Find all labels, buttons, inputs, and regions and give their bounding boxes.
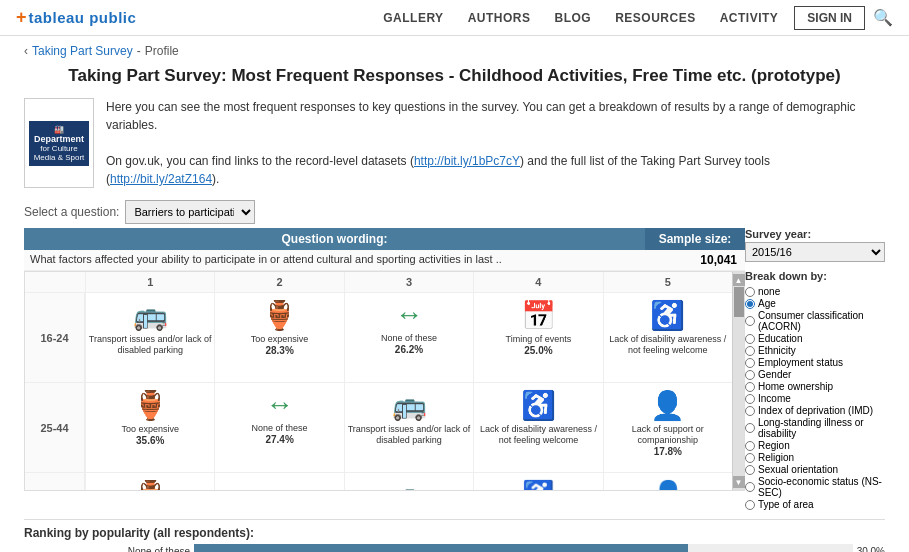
nav-blog[interactable]: BLOG <box>554 11 591 25</box>
coins-icon: 🏺 <box>262 299 297 332</box>
breakdown-socio-radio[interactable] <box>745 482 755 492</box>
breakdown-ethnicity-radio[interactable] <box>745 346 755 356</box>
bar-fill <box>194 544 688 552</box>
breakdown-socio: Socio-economic status (NS-SEC) <box>745 476 885 498</box>
breakdown-income-radio[interactable] <box>745 394 755 404</box>
breakdown-none: none <box>745 286 885 297</box>
nav-authors[interactable]: AUTHORS <box>468 11 531 25</box>
main-content: Taking Part Survey: Most Frequent Respon… <box>0 66 909 552</box>
breakdown-gender-radio[interactable] <box>745 370 755 380</box>
breakdown-home-radio[interactable] <box>745 382 755 392</box>
breakdown-home-label: Home ownership <box>758 381 833 392</box>
rank-item: ↔ <box>214 473 343 490</box>
question-wording-label: Question wording: <box>24 228 645 250</box>
intro-text: Here you can see the most frequent respo… <box>106 98 885 188</box>
breakdown-income: Income <box>745 393 885 404</box>
chart-scrollbar[interactable]: ▲ ▼ <box>732 272 744 490</box>
breakdown-none-radio[interactable] <box>745 287 755 297</box>
nav-resources[interactable]: RESOURCES <box>615 11 696 25</box>
breakdown-sexual-radio[interactable] <box>745 465 755 475</box>
breakdown-employment-radio[interactable] <box>745 358 755 368</box>
rank-item: ♿ Lack of disability awareness / not fee… <box>473 383 602 472</box>
breakdown-acorn: Consumer classification (ACORN) <box>745 310 885 332</box>
breakdown-home: Home ownership <box>745 381 885 392</box>
age-label-25-44: 25-44 <box>25 383 85 472</box>
survey-year-select[interactable]: 2015/16 <box>745 242 885 262</box>
scroll-bar-area <box>733 286 744 476</box>
breakdown-acorn-radio[interactable] <box>745 316 755 326</box>
breakdown-gender-label: Gender <box>758 369 791 380</box>
bus-icon: 🚌 <box>392 389 427 422</box>
breakdown-type-radio[interactable] <box>745 500 755 510</box>
wheelchair-icon: ♿ <box>650 299 685 332</box>
breakdown-ethnicity: Ethnicity <box>745 345 885 356</box>
breakdown-region-radio[interactable] <box>745 441 755 451</box>
breadcrumb: ‹ Taking Part Survey - Profile <box>0 36 909 66</box>
rank-item: 📅 Timing of events 25.0% <box>473 293 602 382</box>
person-icon: 👤 <box>650 389 685 422</box>
rank-item: 👤 Lack of support or companionship 17.8% <box>603 383 732 472</box>
breakdown-socio-label: Socio-economic status (NS-SEC) <box>758 476 885 498</box>
breadcrumb-link[interactable]: Taking Part Survey <box>32 44 133 58</box>
question-select[interactable]: Barriers to participation ir... <box>125 200 255 224</box>
page-title: Taking Part Survey: Most Frequent Respon… <box>24 66 885 86</box>
nav-gallery[interactable]: GALLERY <box>383 11 443 25</box>
bus-icon: 🚌 <box>392 479 427 490</box>
breakdown-longstanding-radio[interactable] <box>745 423 755 433</box>
breakdown-employment-label: Employment status <box>758 357 843 368</box>
chart-container: 1 2 3 4 5 16-24 🚌 Transp <box>24 271 745 491</box>
rank-item: ♿ <box>473 473 602 490</box>
breakdown-ethnicity-label: Ethnicity <box>758 345 796 356</box>
breakdown-religion-radio[interactable] <box>745 453 755 463</box>
breakdown-acorn-label: Consumer classification (ACORN) <box>758 310 885 332</box>
nav-links: GALLERY AUTHORS BLOG RESOURCES ACTIVITY <box>383 11 778 25</box>
breakdown-none-label: none <box>758 286 780 297</box>
breakdown-education: Education <box>745 333 885 344</box>
age-row-16-24: 16-24 🚌 Transport issues and/or lack of … <box>25 293 732 383</box>
breakdown-age-label: Age <box>758 298 776 309</box>
age-row-45-54: 45-54 🏺 ↔ 🚌 ♿ <box>25 473 732 490</box>
bar-track <box>194 544 853 552</box>
bar-pct: 30.0% <box>857 546 885 553</box>
breakdown-education-radio[interactable] <box>745 334 755 344</box>
scroll-up-button[interactable]: ▲ <box>733 274 745 286</box>
coins-icon: 🏺 <box>133 479 168 490</box>
bus-icon: 🚌 <box>133 299 168 332</box>
breakdown-age-radio[interactable] <box>745 299 755 309</box>
question-bar: Question wording: Sample size: <box>24 228 745 250</box>
intro-link2[interactable]: http://bit.ly/2atZ164 <box>110 172 212 186</box>
breakdown-imd-radio[interactable] <box>745 406 755 416</box>
ranking-title: Ranking by popularity (all respondents): <box>24 526 885 540</box>
search-icon[interactable]: 🔍 <box>873 8 893 27</box>
org-logo: 🏭 Department for Culture Media & Sport <box>24 98 94 188</box>
breakdown-type: Type of area <box>745 499 885 510</box>
nav-activity[interactable]: ACTIVITY <box>720 11 779 25</box>
ranking-section: Ranking by popularity (all respondents):… <box>24 519 885 552</box>
age-items-25-44: 🏺 Too expensive 35.6% ↔ None of these 27… <box>85 383 732 472</box>
intro-link1[interactable]: http://bit.ly/1bPc7cY <box>414 154 520 168</box>
rank-item: 🚌 <box>344 473 473 490</box>
rank-item: 🏺 Too expensive 35.6% <box>85 383 214 472</box>
breakdown-religion: Religion <box>745 452 885 463</box>
ranking-bars: None of these 30.0% Too expensive 36.7% … <box>24 544 885 552</box>
breakdown-imd: Index of deprivation (IMD) <box>745 405 885 416</box>
wheelchair-orange-icon: ♿ <box>522 479 554 490</box>
rank-item: 🚌 Transport issues and/or lack of disabl… <box>344 383 473 472</box>
rank-col-3: 3 <box>344 272 473 292</box>
scroll-down-button[interactable]: ▼ <box>733 476 745 488</box>
bar-row: None of these 30.0% <box>24 544 885 552</box>
breakdown-income-label: Income <box>758 393 791 404</box>
sample-size-value: 10,041 <box>645 253 745 267</box>
signin-button[interactable]: SIGN IN <box>794 6 865 30</box>
rank-item: 🚌 Transport issues and/or lack of disabl… <box>85 293 214 382</box>
breadcrumb-separator2: - <box>137 44 141 58</box>
rank-col-2: 2 <box>214 272 343 292</box>
breakdown-label: Break down by: <box>745 270 885 282</box>
survey-year-label: Survey year: <box>745 228 885 240</box>
breakdown-region-label: Region <box>758 440 790 451</box>
wheelchair-icon: ♿ <box>521 389 556 422</box>
age-label-16-24: 16-24 <box>25 293 85 382</box>
age-items-16-24: 🚌 Transport issues and/or lack of disabl… <box>85 293 732 382</box>
rank-item: ↔ None of these 27.4% <box>214 383 343 472</box>
breakdown-longstanding: Long-standing illness or disability <box>745 417 885 439</box>
